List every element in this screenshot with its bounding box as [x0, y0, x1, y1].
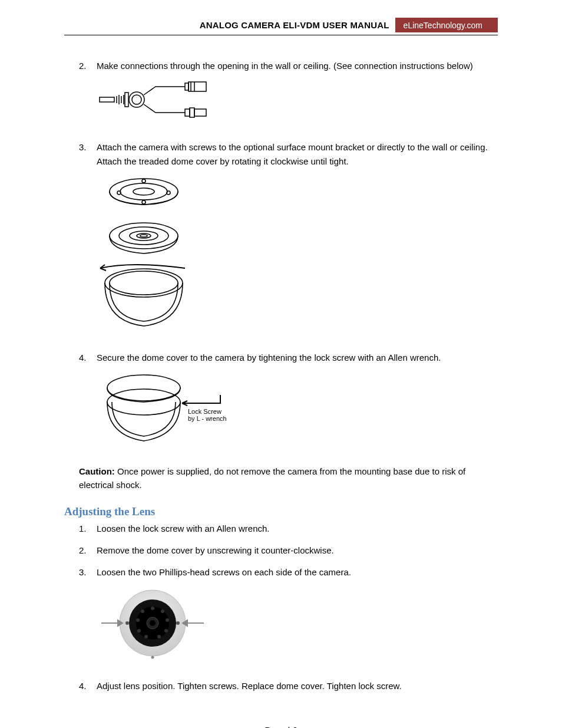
- step-number: 2.: [79, 543, 87, 557]
- brand-badge: eLineTechnology.com: [395, 18, 498, 32]
- step-number: 4.: [79, 351, 87, 364]
- adjust-step-4: 4. Adjust lens position. Tighten screws.…: [79, 679, 498, 693]
- connector-figure: [97, 78, 498, 123]
- svg-point-26: [140, 235, 147, 237]
- caution-text: Once power is supplied, do not remove th…: [79, 466, 465, 490]
- page-footer: Page | 6: [64, 725, 498, 729]
- svg-point-21: [142, 200, 146, 204]
- svg-point-42: [137, 629, 141, 633]
- caution-note: Caution: Once power is supplied, do not …: [79, 465, 498, 492]
- svg-point-27: [105, 269, 183, 297]
- step-number: 3.: [79, 140, 87, 154]
- step-3: 3. Attach the camera with screws to the …: [79, 140, 498, 333]
- svg-point-43: [136, 618, 140, 622]
- step-text: Secure the dome cover to the camera by t…: [97, 353, 441, 363]
- caution-label: Caution:: [79, 466, 115, 476]
- step-number: 4.: [79, 679, 87, 693]
- svg-point-45: [125, 621, 129, 625]
- step-number: 2.: [79, 59, 87, 73]
- svg-point-38: [166, 618, 169, 622]
- svg-rect-12: [185, 109, 190, 116]
- camera-front-figure: [97, 585, 498, 661]
- document-title: ANALOG CAMERA ELI-VDM USER MANUAL: [200, 18, 395, 32]
- lock-screw-label: Lock Screw: [188, 408, 222, 415]
- svg-point-7: [132, 95, 141, 104]
- adjust-step-1: 1. Loosen the lock screw with an Allen w…: [79, 522, 498, 535]
- page-container: ANALOG CAMERA ELI-VDM USER MANUAL eLineT…: [0, 0, 562, 728]
- step-text: Attach the camera with screws to the opt…: [97, 142, 488, 166]
- step-text: Make connections through the opening in …: [97, 61, 473, 71]
- section-heading-adjusting-lens: Adjusting the Lens: [64, 505, 498, 518]
- installation-steps: 2. Make connections through the opening …: [79, 59, 498, 447]
- adjust-step-2: 2. Remove the dome cover by unscrewing i…: [79, 543, 498, 557]
- svg-point-24: [130, 231, 158, 241]
- svg-point-39: [164, 629, 168, 633]
- svg-rect-13: [190, 108, 194, 117]
- svg-point-6: [129, 92, 144, 107]
- step-text: Remove the dome cover by unscrewing it c…: [97, 545, 334, 555]
- adjusting-steps: 1. Loosen the lock screw with an Allen w…: [79, 522, 498, 693]
- svg-rect-5: [125, 93, 128, 107]
- svg-rect-0: [100, 97, 114, 102]
- svg-point-20: [142, 179, 146, 183]
- step-text: Adjust lens position. Tighten screws. Re…: [97, 681, 402, 691]
- mount-exploded-figure: [97, 174, 498, 333]
- svg-point-46: [176, 621, 180, 625]
- svg-point-28: [110, 271, 178, 295]
- adjust-step-3: 3. Loosen the two Phillips-head screws o…: [79, 565, 498, 661]
- svg-point-37: [161, 610, 164, 613]
- page-header: ANALOG CAMERA ELI-VDM USER MANUAL eLineT…: [64, 18, 498, 32]
- step-2: 2. Make connections through the opening …: [79, 59, 498, 123]
- step-text: Loosen the lock screw with an Allen wren…: [97, 523, 270, 533]
- svg-point-44: [141, 610, 144, 613]
- step-number: 1.: [79, 522, 87, 535]
- svg-point-36: [151, 607, 154, 610]
- svg-point-51: [151, 656, 154, 659]
- svg-point-40: [157, 635, 161, 638]
- svg-point-17: [133, 188, 154, 195]
- step-text: Loosen the two Phillips-head screws on e…: [97, 567, 351, 577]
- svg-rect-14: [194, 109, 206, 116]
- step-number: 3.: [79, 565, 87, 579]
- header-rule: [64, 35, 498, 35]
- svg-rect-8: [185, 83, 189, 90]
- step-4: 4. Secure the dome cover to the camera b…: [79, 351, 498, 447]
- svg-point-41: [144, 635, 148, 638]
- lock-screw-figure: Lock Screw by L - wrench: [97, 370, 498, 447]
- svg-point-23: [119, 227, 168, 245]
- lock-screw-label-2: by L - wrench: [188, 415, 227, 422]
- svg-point-16: [120, 183, 167, 200]
- svg-point-29: [107, 375, 180, 401]
- svg-point-35: [150, 620, 156, 626]
